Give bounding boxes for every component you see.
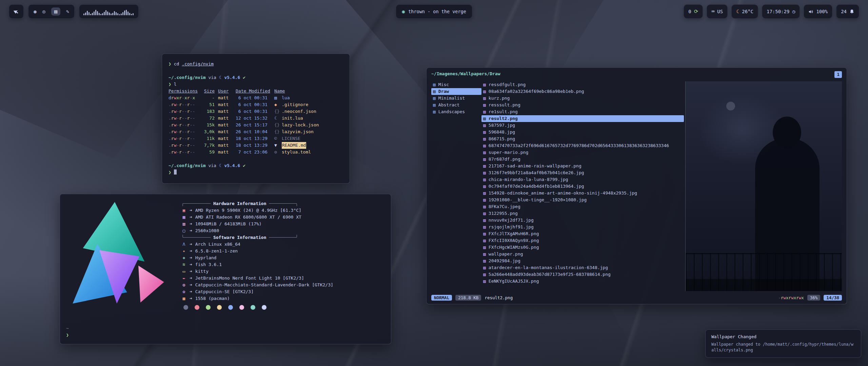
file-entry[interactable]: ▨3126f7e9bbf21a8a4af0b67b041c6e26.jpg: [481, 169, 684, 176]
file-entry[interactable]: ▨587597.jpg: [481, 122, 684, 129]
bell-icon: [849, 9, 854, 14]
json-icon: {}: [274, 108, 279, 115]
arrow-icon: ➜: [190, 255, 192, 261]
arrow-icon: ➜: [190, 282, 192, 288]
file-entry-name: 19201080-__blue-tinge__-1920×1080.jpg: [489, 197, 587, 203]
fetch-value: Catppuccin-Macchiato-Standard-Lavender-D…: [195, 282, 333, 288]
folder-icon: ▤: [274, 95, 279, 101]
file-entry[interactable]: ▨596848.jpg: [481, 129, 684, 136]
visualizer-bar: [133, 13, 134, 15]
file-entry[interactable]: ▨FXfcII0X0AQyn9X.png: [481, 237, 684, 244]
file-manager-window[interactable]: ~/Imagenes/Wallpapers/Draw 1 ▤Misc▤Draw▤…: [426, 67, 847, 304]
file-entry[interactable]: ▨5a266e448add93deab367d87173e9f25-683788…: [481, 271, 684, 278]
fetch-line: ▥➜10948MiB / 64183MiB (17%): [181, 221, 384, 227]
file-entry[interactable]: ▨rsjqojlmjhf91.jpg: [481, 224, 684, 230]
visualizer-bar: [105, 10, 106, 15]
media-title: thrown - on the verge: [408, 9, 466, 14]
file-entry[interactable]: ▨866715.png: [481, 136, 684, 142]
file-entry[interactable]: ▨re1sult.png: [481, 108, 684, 115]
file-entry[interactable]: ▨ressdfgult.png: [481, 81, 684, 88]
arrow-icon: ➜: [190, 214, 192, 221]
file-entry[interactable]: ▨68747470733a2f2f696d616765732d7769786d7…: [481, 142, 684, 149]
prompt-input-line[interactable]: ❯: [66, 332, 384, 339]
notification-popup[interactable]: Wallpaper Changed Wallpaper changed to /…: [705, 329, 861, 358]
fetch-value: 6.5.8-zen1-1-zen: [195, 248, 238, 255]
visualizer-bars: [83, 8, 134, 15]
sidebar-folder-draw[interactable]: ▤Draw: [431, 88, 481, 95]
file-entry[interactable]: ▨87r687df.png: [481, 156, 684, 163]
listing-row: .rw-r--r--183matt 6 oct 00:31{}.neoconf.…: [169, 108, 343, 115]
palette-dot: [239, 305, 244, 310]
launcher-button[interactable]: [9, 4, 24, 19]
file-entry-name: 87r687df.png: [489, 156, 520, 163]
wm-icon: ❖: [181, 255, 186, 261]
file-entry[interactable]: ▨chica-mirando-la-luna-8799.jpg: [481, 176, 684, 183]
sidebar-folder-abstract[interactable]: ▤Abstract: [431, 102, 481, 108]
file-entry[interactable]: ▨EeNKYgIUcAAJ5JX.png: [481, 278, 684, 285]
file-entry-name: kurz.png: [489, 95, 510, 102]
scroll-percent-badge: 36%: [807, 295, 821, 301]
file-size: -: [202, 95, 215, 101]
notifications-module[interactable]: 24: [836, 4, 859, 19]
file-entry[interactable]: ▨FXfcJlTXgAMvH6R.png: [481, 230, 684, 237]
file-entry-name: re1sult.png: [489, 108, 518, 115]
file-entry[interactable]: ▨FXfcHgcWIAMzs0G.png: [481, 244, 684, 251]
workspace-icon-2[interactable]: ◎: [42, 8, 45, 15]
weather-module[interactable]: ☾26°C: [731, 4, 758, 19]
status-check-icon: ✔: [243, 75, 245, 80]
tab-indicator[interactable]: 1: [834, 71, 842, 78]
workspace-icon-1[interactable]: ◉: [34, 8, 37, 15]
file-entry[interactable]: ▨nnvuv0xj2df71.jpg: [481, 217, 684, 224]
visualizer-bar: [99, 13, 100, 15]
toml-icon: ⚙: [274, 149, 279, 156]
file-entry[interactable]: ▨20492984.jpg: [481, 258, 684, 264]
media-player-module[interactable]: ◉thrown - on the verge: [396, 4, 472, 19]
file-permissions: .rw-r--r--: [169, 115, 198, 122]
visualizer-bar: [124, 11, 125, 15]
visualizer-bar: [102, 13, 103, 15]
sidebar-folder-misc[interactable]: ▤Misc: [431, 81, 481, 88]
arrow-icon: ➜: [190, 275, 192, 282]
file-entry[interactable]: ▨kurz.png: [481, 95, 684, 102]
keyboard-layout-module[interactable]: ⌨US: [707, 4, 728, 19]
sidebar-folder-minimalist[interactable]: ▤Minimalist: [431, 95, 481, 102]
file-entry[interactable]: ▨154928-odinokoe_anime-art-anime-okno-si…: [481, 190, 684, 197]
file-entry[interactable]: ▨8FKa7Cu.jpeg: [481, 203, 684, 210]
notification-body: Wallpaper changed to /home/matt/.config/…: [711, 342, 855, 353]
file-entry[interactable]: ▨result2.png: [481, 115, 684, 122]
updates-module[interactable]: 0⟳: [684, 4, 703, 19]
file-entry[interactable]: ▨resssult.png: [481, 102, 684, 108]
workspace-icon-draw[interactable]: ✎: [66, 8, 69, 15]
image-file-icon: ▨: [483, 237, 486, 244]
file-entry[interactable]: ▨wallpaper.png: [481, 251, 684, 258]
fetch-info-column: ╭────────── Hardware Information ───────…: [181, 199, 384, 325]
desktop: ◉◎▤✎ ◉thrown - on the verge 0⟳ ⌨US ☾26°C…: [0, 0, 868, 366]
image-file-icon: ▨: [483, 271, 486, 278]
prompt-input-line[interactable]: ❯: [169, 169, 343, 176]
clock-module[interactable]: 17:50:29◷: [762, 4, 800, 19]
sidebar-folder-landscapes[interactable]: ▤Landscapes: [431, 108, 481, 115]
file-entry[interactable]: ▨atardecer-en-la-montanas-ilustracion-63…: [481, 264, 684, 271]
file-owner: matt: [218, 149, 232, 156]
kernel-icon: ✦: [181, 248, 186, 255]
fetch-value: AMD Ryzen 9 5900X (24) @ 4.9GHz [61.3°C]: [195, 207, 301, 214]
fetch-line: ▣➜AMD Ryzen 9 5900X (24) @ 4.9GHz [61.3°…: [181, 207, 384, 214]
file-entry[interactable]: ▨217167-sad-anime-rain-wallpaper.png: [481, 163, 684, 169]
fastfetch-terminal-window[interactable]: ╭────────── Hardware Information ───────…: [60, 194, 391, 344]
workspace-icon-files[interactable]: ▤: [51, 7, 60, 16]
file-entry[interactable]: ▨19201080-__blue-tinge__-1920×1080.jpg: [481, 197, 684, 203]
fm-sidebar: ▤Misc▤Draw▤Minimalist▤Abstract▤Landscape…: [431, 81, 481, 291]
file-entry[interactable]: ▨08a634fa02a32364f69ebc86a98eb1eb.png: [481, 88, 684, 95]
preview-floor: [686, 279, 842, 291]
volume-module[interactable]: 100%: [804, 4, 832, 19]
file-entry[interactable]: ▨3122955.png: [481, 210, 684, 217]
kitty-terminal-window[interactable]: ❯ cd .config/nvim ~/.config/nvim via ☾ v…: [162, 54, 350, 184]
file-name: ▤lua: [274, 95, 343, 101]
display-icon: ▢: [181, 227, 186, 234]
file-entry[interactable]: ▨0c794faf07de24a4db4d4fb1eb813964.jpg: [481, 183, 684, 190]
fetch-value: Hyprland: [195, 255, 217, 261]
breadcrumb-path: ~/Imagenes/Wallpapers/Draw: [431, 71, 500, 76]
file-entry[interactable]: ▨super-mario.png: [481, 149, 684, 156]
keyboard-layout: US: [717, 9, 723, 14]
file-size: 3,0k: [202, 128, 215, 135]
